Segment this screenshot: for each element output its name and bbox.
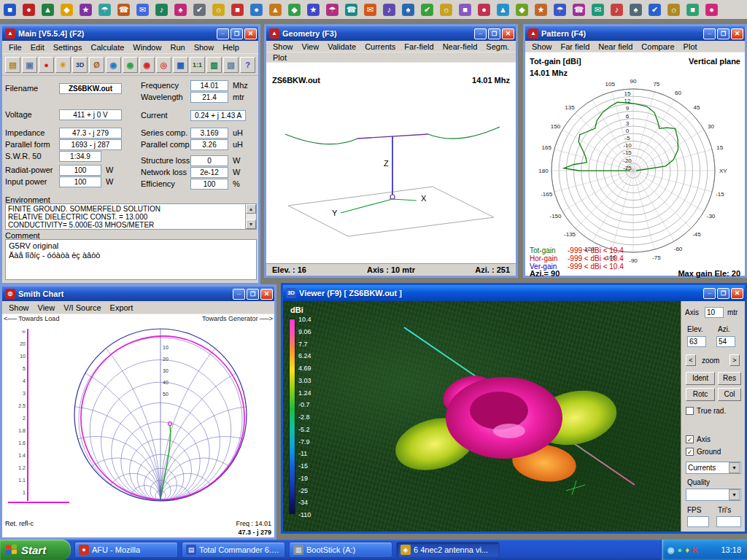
launcher-icon[interactable]: ■ <box>459 4 471 16</box>
close-button[interactable] <box>731 28 743 39</box>
field-value[interactable]: 3.169 <box>190 128 228 139</box>
field-value[interactable]: 0 <box>190 155 228 166</box>
launcher-icon[interactable]: ♠ <box>630 4 642 16</box>
launcher-icon[interactable]: ☎ <box>345 4 357 16</box>
field-value[interactable]: 1693 - j 287 <box>59 139 122 150</box>
environment-scrollbar[interactable]: ▲ ▼ <box>245 204 256 229</box>
titlebar-main[interactable]: ▲ Main [V5.5.4] (F2) <box>2 26 258 41</box>
field-value[interactable]: 21.4 <box>190 92 228 103</box>
viewport-3d[interactable]: dBi 10.49.067.76.244.693.031.24-0.7-2. <box>283 301 681 532</box>
launcher-icon[interactable]: ✉ <box>364 4 376 16</box>
stop-icon[interactable]: ◉ <box>139 57 155 73</box>
launcher-icon[interactable]: ■ <box>4 4 16 16</box>
launcher-icon[interactable]: ✉ <box>136 4 149 16</box>
launcher-icon[interactable]: ♪ <box>155 4 168 16</box>
edit-icon[interactable]: Ø <box>89 57 104 73</box>
copy-icon[interactable]: ▣ <box>22 57 37 73</box>
calculate-icon[interactable]: ☀ <box>55 57 71 73</box>
launcher-icon[interactable]: ◆ <box>288 4 301 16</box>
taskbar-task-button[interactable]: ●AFU - Mozilla <box>74 542 178 558</box>
launcher-icon[interactable]: ✔ <box>193 4 206 16</box>
target-icon[interactable]: ◎ <box>156 57 171 73</box>
field-value[interactable]: 14.01 <box>190 80 228 91</box>
minimize-button[interactable] <box>217 28 229 39</box>
field-value[interactable]: 100 <box>59 165 101 176</box>
menu-validate[interactable]: Validate <box>323 41 360 52</box>
field-value[interactable]: 0.24 + j 1.43 A <box>190 110 246 121</box>
maximize-button[interactable] <box>247 289 259 300</box>
scroll-down-icon[interactable]: ▼ <box>246 219 256 229</box>
menu-far-field[interactable]: Far-field <box>400 41 438 52</box>
help-icon[interactable]: ? <box>240 57 255 73</box>
elevation-input[interactable] <box>687 336 706 347</box>
maximize-button[interactable] <box>231 28 243 39</box>
launcher-icon[interactable]: ● <box>250 4 263 16</box>
launcher-icon[interactable]: ● <box>23 4 35 16</box>
launcher-icon[interactable]: ♠ <box>402 4 414 16</box>
launcher-icon[interactable]: ✔ <box>421 4 433 16</box>
taskbar-task-button[interactable]: ▤Total Commander 6.5... <box>182 542 285 558</box>
launcher-icon[interactable]: ♪ <box>611 4 623 16</box>
menu-export[interactable]: Export <box>106 302 138 314</box>
launcher-icon[interactable]: ☂ <box>554 4 566 16</box>
launcher-icon[interactable]: ☼ <box>667 4 680 16</box>
menu-plot[interactable]: Plot <box>268 52 291 63</box>
zoom-in-button[interactable]: > <box>729 354 740 366</box>
launcher-icon[interactable]: ▲ <box>497 4 509 16</box>
titlebar-pattern[interactable]: ▲ Pattern (F4) <box>525 26 745 41</box>
start-button[interactable]: Start <box>0 540 71 560</box>
tray-icon[interactable]: ◉ <box>667 545 675 555</box>
tray-icon[interactable]: ● <box>678 545 683 555</box>
maximize-button[interactable] <box>488 28 500 39</box>
field-value[interactable]: 100 <box>59 176 101 187</box>
grid-icon[interactable]: ▦ <box>173 57 188 73</box>
launcher-icon[interactable]: ♠ <box>174 4 187 16</box>
azimuth-input[interactable] <box>716 336 735 347</box>
launcher-icon[interactable]: ☂ <box>326 4 338 16</box>
field-value[interactable]: 1:34.9 <box>59 151 101 162</box>
field-value[interactable]: 47.3 - j 279 <box>59 128 122 139</box>
launcher-icon[interactable]: ✉ <box>592 4 604 16</box>
launcher-icon[interactable]: ▲ <box>42 4 54 16</box>
launcher-icon[interactable]: ■ <box>231 4 244 16</box>
res-button[interactable]: Res <box>718 372 741 385</box>
currents-dropdown[interactable]: Currents <box>686 462 741 474</box>
axis-checkbox[interactable] <box>686 435 694 443</box>
minimize-button[interactable] <box>703 288 716 299</box>
rotc-button[interactable]: Rotc <box>686 388 715 401</box>
launcher-icon[interactable]: ☎ <box>117 4 130 16</box>
minimize-button[interactable] <box>233 289 245 300</box>
minimize-button[interactable] <box>703 28 716 39</box>
close-button[interactable] <box>731 288 743 299</box>
run-icon[interactable]: ● <box>39 57 54 73</box>
close-button[interactable] <box>244 28 257 39</box>
menu-calculate[interactable]: Calculate <box>86 42 128 53</box>
launcher-icon[interactable]: ▲ <box>269 4 282 16</box>
notes-icon[interactable]: ▧ <box>223 57 239 73</box>
taskbar-task-button[interactable]: ▥BootStick (A:) <box>289 542 392 558</box>
menu-help[interactable]: Help <box>218 42 244 53</box>
launcher-icon[interactable]: ☎ <box>573 4 585 16</box>
menu-edit[interactable]: Edit <box>26 42 49 53</box>
menu-show[interactable]: Show <box>268 41 298 52</box>
menu-view[interactable]: View <box>34 302 60 314</box>
scroll-up-icon[interactable]: ▲ <box>246 204 256 214</box>
comment-box[interactable]: G5RV originalÄàå lîðíç - óóàòà èç àâòò <box>5 239 257 280</box>
menu-near-field[interactable]: Near field <box>594 41 637 52</box>
zoom-out-button[interactable]: < <box>686 354 696 366</box>
geometry-canvas[interactable]: Z X Y ZS6BKW.out 14.01 Mhz <box>266 63 516 264</box>
scale-1-1-icon[interactable]: 1:1 <box>190 57 205 73</box>
field-value[interactable]: 3.26 <box>190 139 228 150</box>
taskbar-task-button[interactable]: ◈6 4nec2 antenna vi... <box>396 542 500 558</box>
field-value[interactable]: 2e-12 <box>190 167 228 178</box>
col-button[interactable]: Col <box>718 388 741 401</box>
3d-view-icon[interactable]: 3D <box>72 57 88 73</box>
launcher-icon[interactable]: ◆ <box>61 4 73 16</box>
launcher-icon[interactable]: ■ <box>686 4 699 16</box>
near-field-icon[interactable]: ◉ <box>123 57 138 73</box>
launcher-icon[interactable]: ◆ <box>516 4 528 16</box>
launcher-icon[interactable]: ★ <box>80 4 92 16</box>
restore-button[interactable] <box>717 288 729 299</box>
menu-show[interactable]: Show <box>527 41 557 52</box>
launcher-icon[interactable]: ★ <box>307 4 320 16</box>
